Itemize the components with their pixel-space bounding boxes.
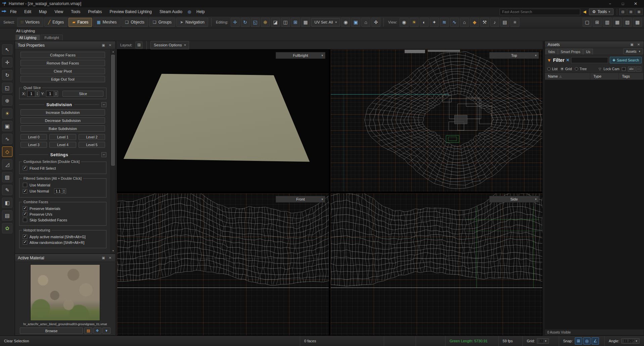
tool-properties-scrollbar[interactable]: ▲ ▼ [110,49,115,253]
select-tool[interactable]: ↖ [2,44,12,55]
close-icon[interactable]: ✕ [108,256,112,260]
fullscreen-layout-icon[interactable]: ▢ [583,18,592,27]
move-tool[interactable]: ✛ [2,57,12,68]
apply-active-material-checkbox[interactable]: Apply active material [Shift+Alt+G] [23,234,103,239]
pin-icon[interactable]: ▣ [101,256,106,260]
allow-randomization-checkbox[interactable]: Allow randomization [Shift+Alt+R] [23,240,103,245]
stepper-arrows[interactable]: ▲▼ [54,91,58,97]
select-vertices-button[interactable]: ∷Vertices [17,18,43,27]
select-faces-button[interactable]: ▰Faces [68,18,92,27]
checkbox-box[interactable] [23,166,27,170]
menu-prefabs[interactable]: Prefabs [85,8,105,16]
asset-collection-dropdown[interactable]: Assets ▾ [623,48,643,54]
clear-pivot-button[interactable]: Clear Pivot [20,68,105,74]
foliage-tool[interactable]: ✿ [2,223,12,233]
grid-size-dropdown[interactable]: 32▾ [537,338,549,344]
level-3-button[interactable]: Level 3 [20,142,47,148]
browse-material-button[interactable]: Browse [20,328,83,334]
physics-sim-icon[interactable]: ◉ [341,18,350,27]
level-0-button[interactable]: Level 0 [20,134,47,140]
skip-subdivided-faces-checkbox[interactable]: Skip Subdivided Faces [23,218,103,222]
undock-icon[interactable]: ⊠ [635,8,643,15]
lock-cam-toggle[interactable] [622,67,626,71]
fog-view-icon[interactable]: ≋ [440,18,449,27]
uv-grid-icon[interactable]: ▩ [633,18,642,27]
scroll-up-icon[interactable]: ▲ [111,49,116,54]
view-mode-tree[interactable]: Tree [575,67,587,71]
checkbox-box[interactable] [23,234,27,239]
audio-view-icon[interactable]: ♪ [490,18,499,27]
scale-tool-icon[interactable]: ◱ [251,18,260,27]
collapse-faces-button[interactable]: Collapse Faces [20,52,105,58]
assets-header[interactable]: Assets ▣ ✕ [545,41,644,48]
maximize-button[interactable]: □ [616,0,629,7]
pivot-tool-icon[interactable]: ⊕ [261,18,270,27]
preserve-uvs-checkbox[interactable]: Preserve UVs [23,212,103,216]
stepper-arrows[interactable]: ▲▼ [62,188,66,194]
dock-pane-icon[interactable]: ⊟ [619,8,627,15]
saved-search-button[interactable]: ✚ Saved Search [610,57,642,63]
edge-out-tool-button[interactable]: Edge Out Tool [20,76,105,82]
assign-material-icon[interactable]: ▨ [84,328,92,334]
menu-steam-audio[interactable]: Steam Audio [156,8,186,16]
scale-tool[interactable]: ◱ [2,83,12,93]
menu-map[interactable]: Map [36,8,50,16]
assets-tab-smart-props[interactable]: Smart Props [558,49,583,54]
overlay-view-icon[interactable]: ▤ [500,18,509,27]
snap-vertex-toggle[interactable]: ◎ [583,337,591,345]
tools-view-icon[interactable]: ⚒ [480,18,489,27]
mirror-tool-icon[interactable]: ◫ [281,18,290,27]
session-options-dropdown[interactable]: Session Options ▾ [150,41,189,49]
entities-view-icon[interactable]: ◆ [470,18,479,27]
viewport-side[interactable]: Side ▾ [330,193,543,336]
tab-all-lighting[interactable]: All Lighting [15,35,40,40]
increase-subdivision-button[interactable]: Increase Subdivision [20,109,105,116]
path-tool[interactable]: ∿ [2,134,12,144]
material-tool[interactable]: ✎ [2,185,12,195]
tab-fullbright[interactable]: Fullbright [41,35,62,40]
columns-layout-icon[interactable]: ▦ [613,18,622,27]
column-tags[interactable]: Tags [619,73,644,80]
menu-view[interactable]: View [51,8,66,16]
menu-help[interactable]: Help [193,8,208,16]
shadows-view-icon[interactable]: ◐ [420,18,429,27]
level-5-button[interactable]: Level 5 [79,142,105,148]
select-navigation-button[interactable]: ➤Navigation [176,18,208,27]
terrain-tool[interactable]: ◿ [2,159,12,170]
filter-input[interactable] [571,57,608,63]
preserve-materials-checkbox[interactable]: Preserve Materials [23,206,103,211]
translate-tool-icon[interactable]: ✛ [231,18,240,27]
material-options-dropdown[interactable]: ▾ [102,328,110,334]
entity-tool[interactable]: ⊕ [2,95,12,106]
stats-view-icon[interactable]: ≡ [510,18,519,27]
ground-plane-mesh[interactable] [117,50,329,191]
checkbox-box[interactable] [23,240,27,245]
menu-edit[interactable]: Edit [21,8,35,16]
asset-grid-area[interactable] [545,80,644,329]
fast-asset-search-input[interactable] [500,9,580,15]
paint-tool[interactable]: ▨ [2,172,12,182]
water-view-icon[interactable]: ∿ [450,18,459,27]
flood-fill-select-checkbox[interactable]: Flood Fill Select [23,166,103,170]
viewport-top[interactable]: Top ▾ [330,49,543,192]
uv-set-dropdown[interactable]: UV Set: All▾ [311,18,340,27]
view-mode-list[interactable]: List [547,67,557,71]
select-groups-button[interactable]: ❏Groups [149,18,175,27]
lighting-view-icon[interactable]: ☀ [410,18,419,27]
props-view-icon[interactable]: ⌂ [460,18,469,27]
assets-tab-prefabs[interactable]: fabs [546,49,558,54]
tool-properties-header[interactable]: Tool Properties ▣ ✕ [15,41,115,49]
blend-tool[interactable]: ◧ [2,198,12,208]
checkbox-box[interactable] [23,212,27,216]
menu-preview-baked-lighting[interactable]: Preview Baked Lighting [106,8,155,16]
material-preview-thumbnail[interactable] [30,264,100,321]
headset-icon[interactable]: ◎ [186,9,193,14]
viewport-front[interactable]: Front ▾ [117,193,329,336]
close-icon[interactable]: ✕ [108,43,112,47]
viewport-3d-mode-dropdown[interactable]: Fullbright ▾ [276,52,325,59]
use-normal-stepper[interactable]: 1.1 ▲▼ [54,188,66,194]
quad-layout-icon[interactable]: ⊞ [593,18,602,27]
collapse-section-button[interactable]: − [101,152,106,157]
select-objects-button[interactable]: ❑Objects [122,18,148,27]
tools-dropdown[interactable]: ⚙ Tools ▾ [589,8,613,15]
